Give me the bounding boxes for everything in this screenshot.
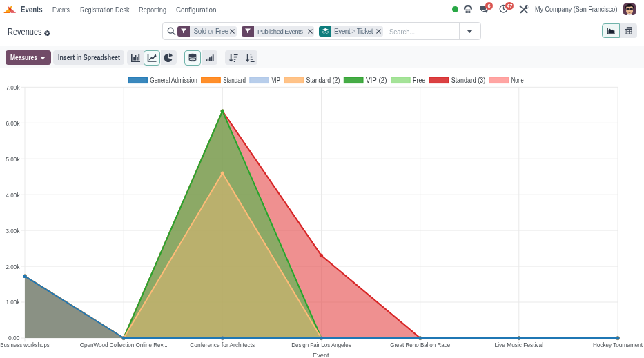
svg-text:Standard (2): Standard (2)	[306, 77, 340, 84]
svg-text:Standard: Standard	[223, 77, 246, 84]
svg-text:Business workshops: Business workshops	[0, 341, 50, 348]
svg-text:Free: Free	[413, 77, 425, 84]
svg-text:Great Reno Ballon Race: Great Reno Ballon Race	[390, 341, 450, 348]
svg-text:None: None	[511, 77, 524, 84]
svg-text:4.00k: 4.00k	[6, 191, 20, 199]
svg-text:3.00k: 3.00k	[6, 227, 20, 235]
svg-text:VIP: VIP	[271, 77, 280, 84]
svg-text:Standard (3): Standard (3)	[451, 77, 486, 84]
svg-text:1.00k: 1.00k	[6, 298, 20, 306]
svg-text:Live Music Festival: Live Music Festival	[495, 341, 544, 348]
svg-text:General Admission: General Admission	[150, 77, 197, 84]
svg-text:Hockey Tournament: Hockey Tournament	[593, 341, 643, 348]
svg-text:Conference for Architects: Conference for Architects	[190, 341, 255, 348]
svg-text:5.00k: 5.00k	[6, 155, 20, 163]
svg-text:Event: Event	[313, 351, 329, 358]
svg-text:7.00k: 7.00k	[6, 83, 20, 91]
svg-text:2.00k: 2.00k	[6, 263, 20, 270]
svg-text:Design Fair Los Angeles: Design Fair Los Angeles	[291, 341, 351, 348]
svg-text:6.00k: 6.00k	[6, 119, 20, 127]
svg-text:VIP (2): VIP (2)	[366, 77, 387, 84]
svg-text:OpenWood Collection Online Rev: OpenWood Collection Online Rev...	[80, 341, 168, 348]
